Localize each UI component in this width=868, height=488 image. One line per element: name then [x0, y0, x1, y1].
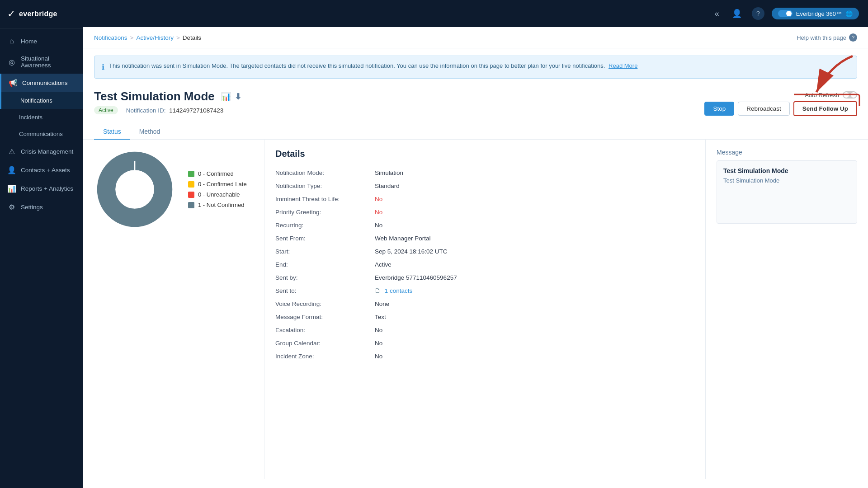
reports-icon: 📊: [7, 184, 16, 193]
auto-refresh-label: Auto Refresh: [805, 92, 839, 99]
sidebar-item-home[interactable]: ⌂ Home: [0, 32, 83, 50]
legend-dot-confirmed-late: [188, 181, 194, 188]
sidebar-item-communications[interactable]: 📢 Communications: [0, 74, 83, 92]
legend-confirmed-late: 0 - Confirmed Late: [188, 181, 247, 188]
badge-label: Everbridge 360™: [796, 10, 842, 17]
sidebar-item-label: Situational Awareness: [21, 55, 76, 69]
sidebar-item-incidents[interactable]: Incidents: [0, 109, 83, 126]
breadcrumb-active-history[interactable]: Active/History: [136, 34, 174, 41]
status-badge: Active: [94, 106, 118, 114]
notification-title-section: Test Simulation Mode 📊 ⬇ Active Notifica…: [94, 89, 241, 114]
main-area: « 👤 ? Everbridge 360™ 🌐 Notifications > …: [83, 0, 868, 488]
message-panel: Message Test Simulation Mode Test Simula…: [705, 140, 868, 479]
sidebar-navigation: ⌂ Home ◎ Situational Awareness 📢 Communi…: [0, 28, 83, 488]
communications-icon: 📢: [9, 79, 18, 87]
legend-dot-unreachable: [188, 192, 194, 198]
help-circle-icon[interactable]: ?: [752, 7, 764, 20]
stop-button[interactable]: Stop: [704, 102, 734, 116]
sidebar-item-contacts-assets[interactable]: 👤 Contacts + Assets: [0, 161, 83, 179]
notification-header: Test Simulation Mode 📊 ⬇ Active Notifica…: [83, 86, 868, 116]
help-icon: ?: [849, 33, 857, 42]
logo-icon: ✓: [7, 8, 15, 20]
sidebar-item-label: Notifications: [20, 97, 52, 104]
legend-label: 1 - Not Confirmed: [198, 202, 245, 208]
download-icon[interactable]: ⬇: [235, 92, 241, 102]
breadcrumb-notifications[interactable]: Notifications: [94, 34, 127, 41]
sidebar-item-crisis-management[interactable]: ⚠ Crisis Management: [0, 142, 83, 161]
sidebar-item-settings[interactable]: ⚙ Settings: [0, 198, 83, 216]
sidebar-logo: ✓ everbridge: [0, 0, 83, 28]
notification-title: Test Simulation Mode 📊 ⬇: [94, 89, 241, 103]
sidebar-item-label: Incidents: [19, 114, 42, 121]
sidebar-item-label: Crisis Management: [21, 148, 73, 155]
breadcrumb-bar: Notifications > Active/History > Details…: [83, 27, 868, 48]
read-more-link[interactable]: Read More: [609, 62, 637, 69]
tabs-bar: Status Method: [83, 120, 868, 140]
sidebar: ✓ everbridge ⌂ Home ◎ Situational Awaren…: [0, 0, 83, 488]
sidebar-item-notifications[interactable]: Notifications: [0, 92, 83, 109]
action-area: Auto Refresh Stop Rebroadcast Send Follo…: [704, 89, 857, 116]
breadcrumb-sep-1: >: [130, 34, 134, 41]
tab-status[interactable]: Status: [94, 124, 130, 140]
notification-id: Notification ID: 1142497271087423: [126, 107, 224, 114]
donut-chart: [94, 149, 175, 230]
legend-label: 0 - Confirmed: [198, 170, 234, 177]
help-link[interactable]: Help with this page ?: [797, 33, 857, 42]
situational-awareness-icon: ◎: [7, 58, 16, 66]
sidebar-item-label: Reports + Analytics: [21, 185, 73, 192]
legend-dot-confirmed: [188, 171, 194, 177]
sidebar-item-situational-awareness[interactable]: ◎ Situational Awareness: [0, 50, 83, 74]
badge-icon: 🌐: [845, 10, 853, 17]
content-area: Notifications > Active/History > Details…: [83, 27, 868, 488]
settings-icon: ⚙: [7, 203, 16, 211]
crisis-management-icon: ⚠: [7, 147, 16, 156]
home-icon: ⌂: [7, 37, 16, 45]
breadcrumb: Notifications > Active/History > Details: [94, 34, 201, 41]
info-banner: ℹ This notification was sent in Simulati…: [94, 56, 857, 79]
topbar: « 👤 ? Everbridge 360™ 🌐: [83, 0, 868, 27]
everbridge-badge[interactable]: Everbridge 360™ 🌐: [772, 8, 859, 19]
auto-refresh-toggle[interactable]: [843, 91, 857, 99]
message-title: Message: [717, 149, 857, 156]
title-icons: 📊 ⬇: [221, 92, 241, 102]
sidebar-item-label: Home: [21, 38, 37, 45]
contacts-icon: 👤: [7, 166, 16, 174]
legend-unreachable: 0 - Unreachable: [188, 191, 247, 198]
action-buttons: Stop Rebroadcast Send Follow Up: [704, 101, 857, 116]
svg-point-3: [116, 170, 154, 209]
help-text: Help with this page: [797, 34, 846, 41]
auto-refresh: Auto Refresh: [805, 91, 857, 99]
send-follow-up-button[interactable]: Send Follow Up: [793, 101, 857, 116]
donut-wrap: 0 - Confirmed 0 - Confirmed Late 0 - Unr…: [94, 149, 253, 230]
contacts-link[interactable]: 1 contacts: [385, 287, 413, 294]
legend-label: 0 - Unreachable: [198, 191, 240, 198]
user-icon[interactable]: 👤: [729, 6, 745, 21]
info-icon: ℹ: [102, 62, 104, 73]
legend-dot-not-confirmed: [188, 202, 194, 208]
banner-message: This notification was sent in Simulation…: [109, 61, 637, 70]
message-box-title: Test Simulation Mode: [723, 167, 850, 174]
chart-icon[interactable]: 📊: [221, 92, 231, 102]
sidebar-item-label: Settings: [21, 204, 43, 211]
details-grid: Notification Mode: Simulation Notificati…: [275, 166, 694, 363]
collapse-icon[interactable]: «: [712, 6, 722, 21]
sidebar-item-label: Contacts + Assets: [21, 167, 70, 174]
chart-panel: 0 - Confirmed 0 - Confirmed Late 0 - Unr…: [83, 140, 264, 479]
rebroadcast-button[interactable]: Rebroadcast: [738, 102, 790, 116]
logo-text: everbridge: [19, 10, 57, 18]
chart-legend: 0 - Confirmed 0 - Confirmed Late 0 - Unr…: [188, 170, 247, 208]
sidebar-item-reports-analytics[interactable]: 📊 Reports + Analytics: [0, 179, 83, 198]
sidebar-item-label: Communications: [19, 131, 63, 137]
tab-method[interactable]: Method: [130, 124, 170, 140]
breadcrumb-current: Details: [183, 34, 201, 41]
sidebar-item-communications-sub[interactable]: Communications: [0, 126, 83, 142]
legend-not-confirmed: 1 - Not Confirmed: [188, 202, 247, 208]
legend-confirmed: 0 - Confirmed: [188, 170, 247, 177]
message-box: Test Simulation Mode Test Simulation Mod…: [717, 160, 857, 224]
message-box-body: Test Simulation Mode: [723, 177, 850, 184]
sent-to-icon: 🗋: [375, 287, 381, 294]
legend-label: 0 - Confirmed Late: [198, 181, 247, 188]
main-grid: 0 - Confirmed 0 - Confirmed Late 0 - Unr…: [83, 140, 868, 488]
details-title: Details: [275, 149, 694, 159]
toggle-switch[interactable]: [778, 10, 793, 17]
